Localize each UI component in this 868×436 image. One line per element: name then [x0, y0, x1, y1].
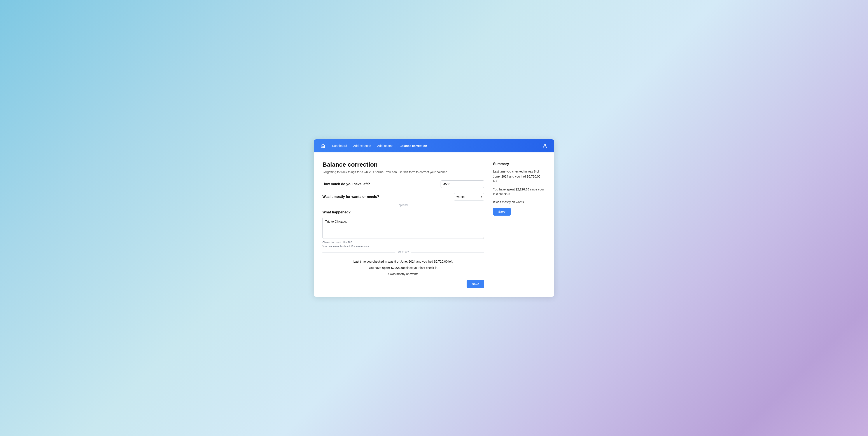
sidebar-summary-line-2: You have spent $2,220.00 since your last… — [493, 187, 546, 197]
navbar: Dashboard Add expense Add income Balance… — [314, 139, 554, 152]
wants-needs-row: Was it mostly for wants or needs? wants … — [322, 193, 484, 200]
summary-amount-link[interactable]: $6,720.00 — [434, 260, 447, 263]
nav-link-dashboard[interactable]: Dashboard — [332, 144, 347, 148]
textarea-hint: You can leave this blank if you're unsur… — [322, 245, 484, 248]
summary-line-3: It was mostly on wants. — [322, 272, 484, 276]
summary-panel-title: Summary — [493, 162, 546, 166]
summary-line-2: You have spent $2,220.00 since your last… — [322, 266, 484, 270]
wants-needs-label: Was it mostly for wants or needs? — [322, 195, 379, 199]
summary-line-1: Last time you checked in was 8 of June, … — [322, 259, 484, 264]
wants-needs-select[interactable]: wants needs — [454, 193, 484, 200]
nav-links: Dashboard Add expense Add income Balance… — [332, 144, 535, 148]
amount-label: How much do you have left? — [322, 182, 370, 186]
wants-needs-select-wrapper: wants needs ▾ — [454, 193, 484, 200]
summary-spent: spent $2,220.00 — [382, 266, 405, 270]
form-section: Balance correction Forgetting to track t… — [322, 161, 484, 288]
main-content: Balance correction Forgetting to track t… — [314, 152, 554, 297]
save-button-sidebar[interactable]: Save — [493, 208, 511, 216]
what-happened-section: What happened? Trip to Chicago. Characte… — [322, 210, 484, 248]
summary-divider-label: summary — [395, 250, 411, 253]
sidebar-summary-line-3: It was mostly on wants. — [493, 199, 546, 205]
svg-point-0 — [544, 144, 546, 146]
char-count: Character count: 16 / 280 — [322, 241, 484, 244]
summary-panel: Summary Last time you checked in was 8 o… — [493, 161, 546, 288]
amount-input[interactable] — [440, 180, 484, 188]
amount-row: How much do you have left? — [322, 180, 484, 188]
page-subtitle: Forgetting to track things for a while i… — [322, 170, 484, 174]
user-icon[interactable] — [542, 144, 547, 148]
page-title: Balance correction — [322, 161, 484, 168]
nav-link-add-expense[interactable]: Add expense — [353, 144, 371, 148]
nav-link-add-income[interactable]: Add income — [377, 144, 393, 148]
nav-link-balance-correction[interactable]: Balance correction — [399, 144, 427, 148]
save-btn-bottom-container: Save — [322, 280, 484, 288]
summary-divider: summary — [322, 252, 484, 253]
sidebar-summary-line-1: Last time you checked in was 8 of June, … — [493, 169, 546, 184]
app-wrapper: Dashboard Add expense Add income Balance… — [314, 139, 554, 297]
inline-summary: Last time you checked in was 8 of June, … — [322, 257, 484, 276]
summary-date-link[interactable]: 8 of June, 2024 — [394, 260, 415, 263]
optional-label: optional — [396, 204, 411, 207]
save-button-bottom[interactable]: Save — [467, 280, 484, 288]
what-happened-label: What happened? — [322, 210, 484, 214]
sidebar-amount-link[interactable]: $6,720.00 — [527, 175, 540, 178]
what-happened-textarea[interactable]: Trip to Chicago. — [322, 217, 484, 239]
home-icon[interactable] — [321, 144, 325, 148]
sidebar-spent: spent $2,220.00 — [507, 188, 529, 191]
